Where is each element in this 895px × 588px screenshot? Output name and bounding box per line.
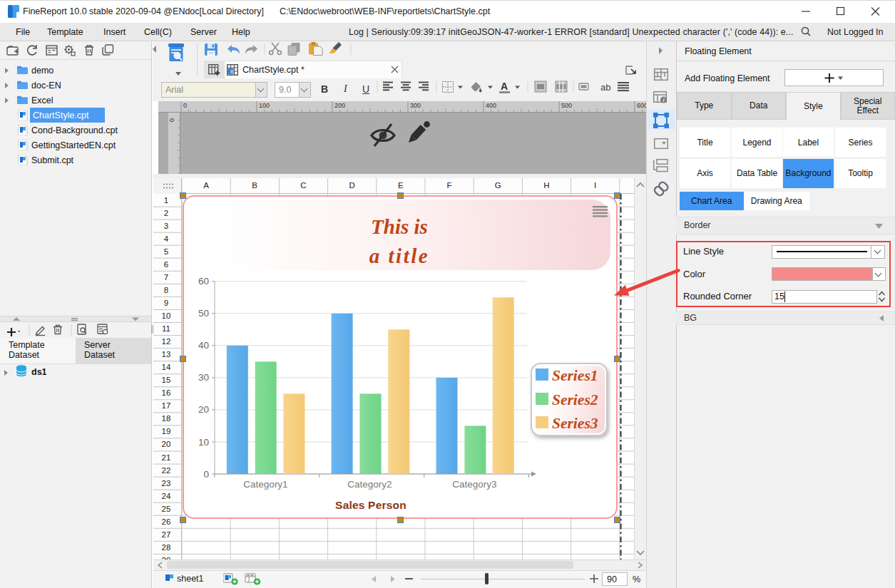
svg-text:30: 30: [198, 372, 209, 383]
svg-text:300: 300: [410, 102, 421, 109]
svg-text:0: 0: [183, 102, 187, 109]
svg-text:40: 40: [198, 340, 209, 351]
svg-text:0: 0: [168, 118, 175, 122]
svg-text:50: 50: [198, 308, 209, 319]
svg-text:200: 200: [334, 102, 345, 109]
svg-text:A: A: [501, 81, 508, 92]
svg-text:10: 10: [198, 437, 209, 448]
svg-text:20: 20: [198, 404, 209, 415]
svg-text:500: 500: [561, 102, 572, 109]
svg-text:100: 100: [259, 102, 270, 109]
svg-text:600: 600: [637, 102, 646, 109]
svg-text:ab: ab: [600, 82, 610, 93]
svg-text:0: 0: [203, 469, 209, 480]
svg-text:400: 400: [486, 102, 496, 109]
svg-text:60: 60: [198, 276, 209, 287]
